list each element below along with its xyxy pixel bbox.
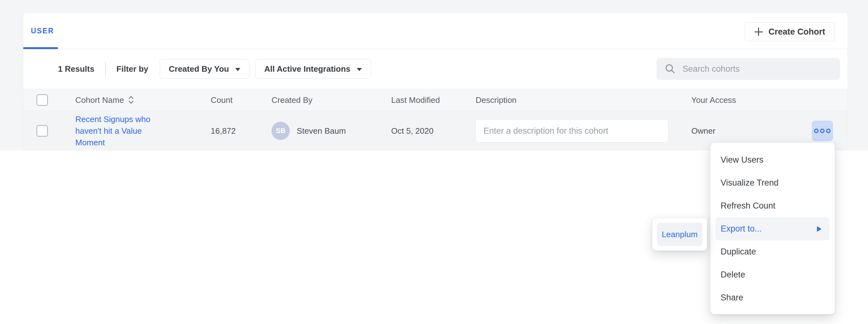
column-cohort-name[interactable]: Cohort Name [75, 95, 124, 105]
select-all-checkbox[interactable] [36, 94, 48, 106]
row-actions-button[interactable] [812, 121, 833, 141]
column-count: Count [211, 95, 232, 105]
search-input[interactable] [682, 58, 840, 80]
avatar: SB [272, 122, 290, 140]
menu-item-refresh-count[interactable]: Refresh Count [711, 194, 835, 217]
menu-item-duplicate[interactable]: Duplicate [711, 240, 835, 263]
column-last-modified: Last Modified [391, 95, 440, 105]
cohorts-card: USER Create Cohort 1 Results Filter by C… [23, 12, 848, 150]
caret-down-icon [357, 68, 362, 71]
menu-item-visualize-trend[interactable]: Visualize Trend [711, 172, 835, 194]
access-value: Owner [691, 126, 716, 136]
create-cohort-button[interactable]: Create Cohort [745, 22, 835, 41]
cohort-name-link[interactable]: Recent Signups who haven't hit a Value M… [75, 114, 154, 148]
column-description: Description [475, 95, 517, 105]
table-header: Cohort Name Count Created By Last Modifi… [23, 89, 847, 111]
export-submenu: Leanplum [652, 218, 707, 251]
menu-item-share[interactable]: Share [711, 286, 835, 309]
plus-icon [755, 28, 763, 36]
caret-down-icon [235, 68, 240, 71]
submenu-item-leanplum[interactable]: Leanplum [657, 223, 702, 246]
integrations-dropdown-label: All Active Integrations [264, 64, 350, 74]
filter-divider [105, 62, 106, 76]
sort-icon[interactable] [128, 95, 134, 105]
created-by-name: Steven Baum [297, 126, 346, 136]
last-modified-date: Oct 5, 2020 [391, 126, 433, 136]
filter-bar: 1 Results Filter by Created By You All A… [23, 49, 847, 89]
menu-item-export-label: Export to... [721, 224, 762, 234]
tab-bar: USER Create Cohort [23, 13, 847, 49]
created-by-dropdown[interactable]: Created By You [160, 59, 249, 79]
menu-item-view-users[interactable]: View Users [711, 148, 835, 172]
menu-item-export-to[interactable]: Export to... [716, 217, 830, 240]
ellipsis-icon [820, 129, 825, 133]
ellipsis-icon [826, 129, 831, 133]
created-by-dropdown-label: Created By You [169, 64, 229, 74]
row-context-menu: View Users Visualize Trend Refresh Count… [710, 143, 835, 314]
menu-item-delete[interactable]: Delete [711, 263, 835, 286]
results-count: 1 Results [58, 64, 94, 74]
ellipsis-icon [814, 129, 818, 133]
filter-by-label: Filter by [117, 64, 148, 74]
column-created-by: Created By [272, 95, 312, 105]
search-box [657, 58, 840, 80]
integrations-dropdown[interactable]: All Active Integrations [255, 59, 371, 79]
search-icon [665, 64, 676, 74]
cohort-count: 16,872 [211, 126, 236, 136]
create-cohort-label: Create Cohort [769, 27, 825, 37]
column-your-access: Your Access [691, 95, 736, 105]
tab-user[interactable]: USER [31, 27, 54, 35]
row-checkbox[interactable] [36, 125, 48, 137]
submenu-arrow-icon [817, 226, 822, 232]
description-input[interactable] [475, 119, 668, 143]
